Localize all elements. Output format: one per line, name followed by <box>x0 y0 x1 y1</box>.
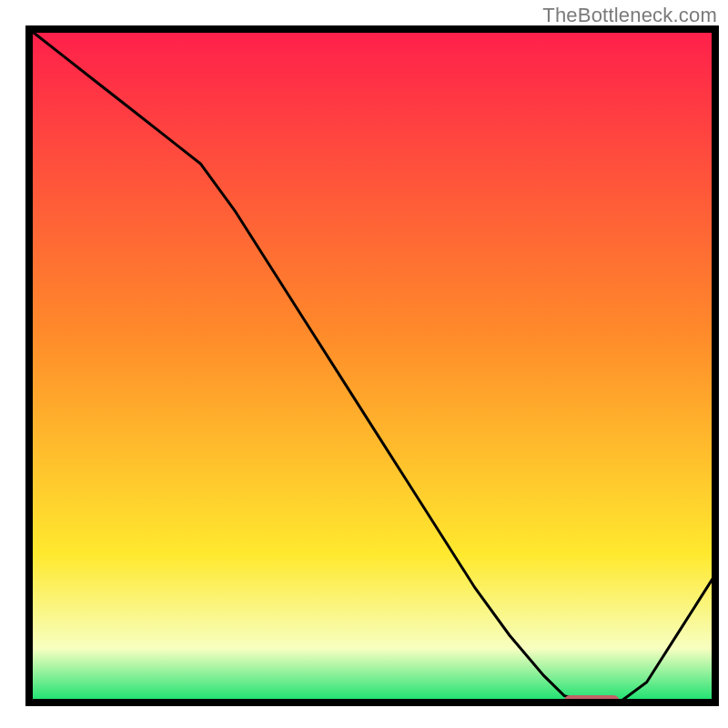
plot-area <box>29 29 715 706</box>
chart-svg <box>0 0 728 728</box>
gradient-background <box>29 29 715 703</box>
chart-container: { "attribution": "TheBottleneck.com", "c… <box>0 0 728 728</box>
attribution-text: TheBottleneck.com <box>542 4 717 27</box>
